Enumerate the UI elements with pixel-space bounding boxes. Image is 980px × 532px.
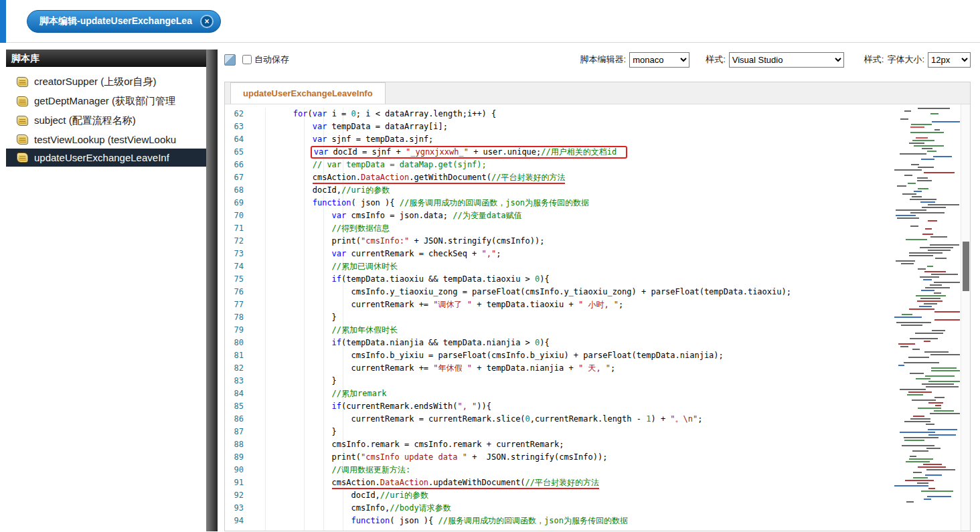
minimap-line xyxy=(902,314,912,315)
line-number: 67 xyxy=(225,171,254,184)
save-icon[interactable] xyxy=(224,54,236,66)
code-line-91: 91 cmsAction.DataAction.updateWithDocume… xyxy=(225,476,882,489)
minimap-line xyxy=(927,266,933,267)
line-number: 81 xyxy=(225,349,254,362)
code-text: // var tempData = dataMap.get(sjnf); xyxy=(254,159,487,171)
minimap-line xyxy=(912,349,920,350)
minimap-line xyxy=(920,201,935,203)
minimap[interactable] xyxy=(885,104,960,531)
minimap-line xyxy=(918,408,941,409)
code-text: cmsInfo.y_tiaoxiu_zong = parseFloat(cmsI… xyxy=(254,286,791,298)
code-line-88: 88 cmsInfo.remark = cmsInfo.remark + cur… xyxy=(225,438,882,451)
sidebar-splitter[interactable] xyxy=(206,50,218,531)
minimap-line xyxy=(906,239,927,240)
vertical-scrollbar[interactable] xyxy=(961,104,970,531)
minimap-line xyxy=(928,434,956,436)
line-number: 91 xyxy=(225,476,254,489)
minimap-line xyxy=(927,151,936,152)
minimap-line xyxy=(918,167,934,168)
minimap-line xyxy=(932,330,945,331)
code-text: docId,//uri的参数 xyxy=(254,184,390,197)
minimap-line xyxy=(931,370,960,371)
code-line-74: 74 //累加已调休时长 xyxy=(225,260,882,273)
autosave-checkbox[interactable] xyxy=(242,55,252,64)
script-scroll-icon xyxy=(17,116,28,126)
minimap-line xyxy=(896,322,931,323)
sidebar-item-5[interactable]: updateUserExchangeLeaveInf xyxy=(6,149,206,167)
script-library-sidebar: 脚本库 creatorSupper (上级or自身)getDeptManager… xyxy=(6,50,206,531)
font-size-select[interactable]: 12px xyxy=(928,52,971,68)
script-label: updateUserExchangeLeaveInf xyxy=(34,152,169,163)
minimap-line xyxy=(921,159,934,160)
minimap-line xyxy=(928,381,960,382)
sidebar-item-4[interactable]: testViewLookup (testViewLooku xyxy=(6,130,206,149)
minimap-line xyxy=(908,357,929,358)
minimap-line xyxy=(934,292,941,294)
script-label: testViewLookup (testViewLooku xyxy=(34,134,176,145)
line-number: 94 xyxy=(225,515,254,527)
minimap-line xyxy=(917,180,932,181)
editor-tab[interactable]: updateUserExchangeLeaveInfo xyxy=(230,82,386,104)
code-area[interactable]: 62 for(var i = 0; i < dataArray.length;i… xyxy=(225,108,882,531)
autosave-label: 自动保存 xyxy=(254,54,289,66)
sidebar-item-3[interactable]: subject (配置流程名称) xyxy=(6,111,206,130)
code-text: cmsAction.DataAction.updateWithDocument(… xyxy=(254,476,599,489)
minimap-line xyxy=(910,126,924,128)
script-list: creatorSupper (上级or自身)getDeptManager (获取… xyxy=(6,67,206,167)
code-line-87: 87 } xyxy=(225,426,882,438)
code-line-78: 78 } xyxy=(225,311,882,324)
line-number: 73 xyxy=(225,248,254,260)
minimap-line xyxy=(919,306,932,307)
close-icon[interactable]: × xyxy=(200,15,214,28)
line-number: 72 xyxy=(225,235,254,248)
minimap-line xyxy=(904,421,930,422)
minimap-line xyxy=(930,236,947,238)
minimap-line xyxy=(924,172,955,173)
code-line-66: 66 // var tempData = dataMap.get(sjnf); xyxy=(225,159,882,171)
code-line-85: 85 if(currentRemark.endsWith(", ")){ xyxy=(225,400,882,413)
minimap-line xyxy=(910,212,945,213)
sidebar-item-2[interactable]: getDeptManager (获取部门管理 xyxy=(6,92,206,111)
code-line-62: 62 for(var i = 0; i < dataArray.length;i… xyxy=(225,108,882,120)
code-line-80: 80 if(tempData.nianjia && tempData.nianj… xyxy=(225,337,882,349)
code-text: for(var i = 0; i < dataArray.length;i++)… xyxy=(254,108,496,120)
minimap-line xyxy=(912,140,934,141)
minimap-line xyxy=(897,185,906,187)
code-text: var cmsInfo = json.data; //为变量data赋值 xyxy=(254,209,522,222)
minimap-line xyxy=(934,319,960,321)
sidebar-item-1[interactable]: creatorSupper (上级or自身) xyxy=(6,72,206,92)
minimap-line xyxy=(928,250,951,251)
minimap-line xyxy=(930,413,960,414)
code-line-69: 69 function( json ){ //服务调用成功的回调函数，json为… xyxy=(225,197,882,209)
line-number: 87 xyxy=(225,426,254,438)
annotation-underline: cmsAction.DataAction.updateWithDocument(… xyxy=(332,478,599,489)
code-line-68: 68 docId,//uri的参数 xyxy=(225,184,882,197)
sidebar-header: 脚本库 xyxy=(6,50,206,67)
script-label: getDeptManager (获取部门管理 xyxy=(34,95,175,108)
code-line-82: 82 currentRemark += "年休假 " + tempData.ni… xyxy=(225,362,882,375)
minimap-line xyxy=(910,132,944,133)
main-panel: 自动保存 脚本编辑器: monaco 样式: Visual Studio 样式:… xyxy=(218,50,980,531)
minimap-line xyxy=(914,191,922,192)
editor-engine-select[interactable]: monaco xyxy=(629,52,689,68)
editor-tab-label: updateUserExchangeLeaveInfo xyxy=(243,88,373,98)
code-text: if(currentRemark.endsWith(", ")){ xyxy=(254,400,491,413)
minimap-line xyxy=(918,108,950,109)
style-select[interactable]: Visual Studio xyxy=(729,52,844,68)
minimap-line xyxy=(904,175,912,176)
code-text: docId,//uri的参数 xyxy=(254,489,428,502)
code-editor[interactable]: 62 for(var i = 0; i < dataArray.length;i… xyxy=(225,104,970,531)
minimap-line xyxy=(915,333,943,334)
code-text: currentRemark += "调休了 " + tempData.tiaox… xyxy=(254,298,623,311)
minimap-line xyxy=(900,389,926,390)
line-number: 86 xyxy=(225,413,254,426)
minimap-line xyxy=(916,137,928,139)
minimap-line xyxy=(930,354,960,355)
window-tab[interactable]: 脚本编辑-updateUserExchangeLea × xyxy=(27,10,221,33)
minimap-line xyxy=(918,268,926,270)
minimap-line xyxy=(909,252,943,254)
script-scroll-icon xyxy=(17,135,28,145)
minimap-line xyxy=(928,204,959,205)
minimap-line xyxy=(900,118,908,120)
scrollbar-thumb[interactable] xyxy=(963,242,969,291)
